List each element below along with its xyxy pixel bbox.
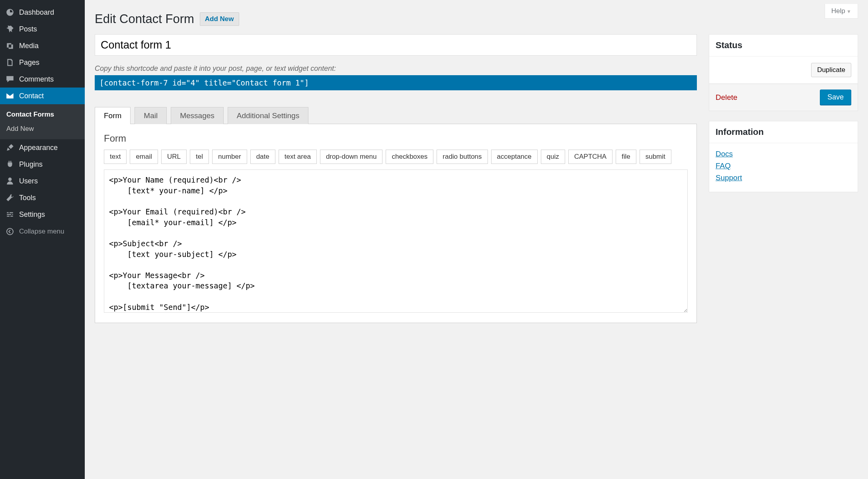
status-heading: Status bbox=[709, 35, 858, 56]
sidebar-item-settings[interactable]: Settings bbox=[0, 206, 85, 223]
sidebar-item-tools[interactable]: Tools bbox=[0, 189, 85, 206]
tag-button[interactable]: quiz bbox=[541, 150, 565, 164]
tag-generator-buttons: textemailURLtelnumberdatetext areadrop-d… bbox=[104, 150, 688, 164]
tag-button[interactable]: CAPTCHA bbox=[568, 150, 612, 164]
media-icon bbox=[5, 41, 15, 50]
admin-sidebar: Dashboard Posts Media Pages Comments Con… bbox=[0, 0, 85, 479]
sidebar-item-posts[interactable]: Posts bbox=[0, 21, 85, 37]
tools-icon bbox=[5, 193, 15, 202]
svg-point-0 bbox=[7, 228, 13, 235]
sidebar-item-comments[interactable]: Comments bbox=[0, 71, 85, 88]
settings-icon bbox=[5, 210, 15, 219]
appearance-icon bbox=[5, 143, 15, 152]
add-new-button[interactable]: Add New bbox=[200, 12, 239, 26]
panel-heading: Form bbox=[104, 133, 688, 144]
sidebar-item-media[interactable]: Media bbox=[0, 37, 85, 54]
tag-button[interactable]: radio buttons bbox=[437, 150, 488, 164]
tag-button[interactable]: acceptance bbox=[491, 150, 538, 164]
pages-icon bbox=[5, 58, 15, 67]
sidebar-label: Pages bbox=[19, 58, 39, 67]
pin-icon bbox=[5, 25, 15, 33]
plugins-icon bbox=[5, 160, 15, 169]
sidebar-sub-add-new[interactable]: Add New bbox=[0, 122, 85, 136]
main-content: Help Edit Contact Form Add New Copy this… bbox=[85, 0, 868, 479]
sidebar-label: Users bbox=[19, 177, 38, 185]
collapse-label: Collapse menu bbox=[19, 228, 64, 236]
collapse-icon bbox=[5, 228, 15, 236]
tag-button[interactable]: submit bbox=[640, 150, 671, 164]
tab-additional-settings[interactable]: Additional Settings bbox=[228, 107, 308, 124]
sidebar-label: Appearance bbox=[19, 144, 58, 152]
duplicate-button[interactable]: Duplicate bbox=[811, 63, 851, 77]
delete-link[interactable]: Delete bbox=[716, 93, 737, 102]
save-button[interactable]: Save bbox=[820, 90, 851, 105]
tag-button[interactable]: URL bbox=[161, 150, 187, 164]
sidebar-submenu: Contact Forms Add New bbox=[0, 104, 85, 139]
help-tab[interactable]: Help bbox=[825, 4, 858, 19]
information-heading: Information bbox=[709, 121, 858, 143]
information-links: Docs FAQ Support bbox=[709, 143, 858, 192]
sidebar-item-plugins[interactable]: Plugins bbox=[0, 156, 85, 173]
shortcode-value[interactable]: [contact-form-7 id="4" title="Contact fo… bbox=[95, 75, 697, 90]
sidebar-label: Comments bbox=[19, 75, 54, 84]
sidebar-item-dashboard[interactable]: Dashboard bbox=[0, 4, 85, 21]
sidebar-label: Posts bbox=[19, 25, 37, 33]
tab-messages[interactable]: Messages bbox=[171, 107, 224, 124]
info-link-support[interactable]: Support bbox=[716, 173, 851, 182]
tag-button[interactable]: file bbox=[616, 150, 636, 164]
info-link-faq[interactable]: FAQ bbox=[716, 162, 851, 170]
tag-button[interactable]: tel bbox=[190, 150, 209, 164]
info-link-docs[interactable]: Docs bbox=[716, 150, 851, 158]
form-title-input[interactable] bbox=[95, 34, 697, 56]
sidebar-sub-contact-forms[interactable]: Contact Forms bbox=[0, 107, 85, 122]
sidebar-item-contact[interactable]: Contact bbox=[0, 88, 85, 104]
tag-button[interactable]: date bbox=[250, 150, 275, 164]
sidebar-label: Contact bbox=[19, 92, 44, 100]
tag-button[interactable]: text bbox=[104, 150, 127, 164]
information-postbox: Information Docs FAQ Support bbox=[709, 121, 858, 192]
collapse-menu-button[interactable]: Collapse menu bbox=[0, 223, 85, 240]
sidebar-label: Tools bbox=[19, 194, 36, 202]
form-template-textarea[interactable] bbox=[104, 169, 688, 313]
tab-form[interactable]: Form bbox=[95, 107, 131, 124]
sidebar-label: Plugins bbox=[19, 160, 43, 169]
dashboard-icon bbox=[5, 8, 15, 17]
sidebar-label: Media bbox=[19, 42, 39, 50]
editor-tabs: Form Mail Messages Additional Settings bbox=[95, 107, 697, 124]
tag-button[interactable]: drop-down menu bbox=[320, 150, 383, 164]
tag-button[interactable]: email bbox=[130, 150, 158, 164]
tag-button[interactable]: text area bbox=[279, 150, 317, 164]
page-title: Edit Contact Form bbox=[95, 12, 194, 26]
sidebar-item-pages[interactable]: Pages bbox=[0, 54, 85, 71]
sidebar-label: Dashboard bbox=[19, 8, 54, 17]
comments-icon bbox=[5, 75, 15, 84]
shortcode-hint: Copy this shortcode and paste it into yo… bbox=[95, 64, 697, 73]
form-panel: Form textemailURLtelnumberdatetext aread… bbox=[95, 124, 697, 323]
sidebar-item-appearance[interactable]: Appearance bbox=[0, 139, 85, 156]
status-postbox: Status Duplicate Delete Save bbox=[709, 34, 858, 111]
mail-icon bbox=[5, 92, 15, 100]
tag-button[interactable]: checkboxes bbox=[386, 150, 433, 164]
tag-button[interactable]: number bbox=[212, 150, 247, 164]
users-icon bbox=[5, 177, 15, 185]
sidebar-item-users[interactable]: Users bbox=[0, 173, 85, 189]
sidebar-label: Settings bbox=[19, 210, 45, 219]
tab-mail[interactable]: Mail bbox=[135, 107, 167, 124]
